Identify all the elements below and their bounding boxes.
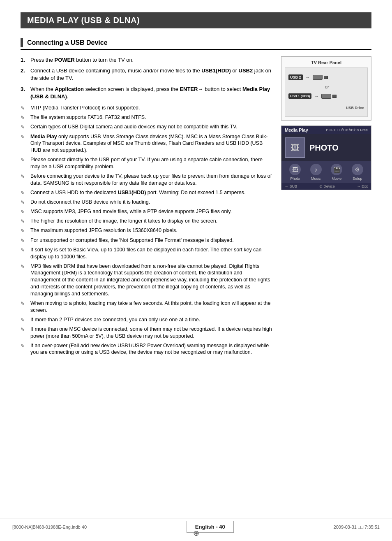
note-item: ✎ If more than one MSC device is connect…	[21, 326, 273, 340]
usb1-row: USB 1 (HDD) →	[288, 93, 337, 99]
note-item: ✎ Before connecting your device to the T…	[21, 173, 273, 187]
usb2-row: USB 2 →	[288, 74, 328, 80]
note-text: MP3 files with DRM that have been downlo…	[30, 263, 273, 297]
note-item: ✎ Do not disconnect the USB device while…	[21, 199, 273, 206]
footer-sub: ← SUB	[285, 184, 297, 188]
note-text: The higher the resolution of the image, …	[30, 218, 217, 225]
step-1-num: 1.	[21, 56, 29, 64]
chapter-title: MEDIA PLAY (USB & DLNA)	[27, 16, 140, 25]
notes-list: ✎ MTP (Media Transfer Protocol) is not s…	[21, 104, 273, 356]
note-text: The maximum supported JPEG resolution is…	[30, 227, 178, 234]
note-text: When moving to a photo, loading may take…	[30, 300, 273, 314]
section-heading-bar	[21, 38, 23, 47]
note-item: ✎ The file system supports FAT16, FAT32 …	[21, 114, 273, 121]
movie-icon-circle: 🎬	[331, 164, 342, 175]
note-item: ✎ If an over-power (Fail add new device …	[21, 342, 273, 356]
step-2-num: 2.	[21, 67, 29, 82]
music-icon-circle: ♪	[310, 164, 322, 175]
step-1: 1. Press the POWER button to turn the TV…	[21, 56, 273, 64]
footer-device: ⊙ Device	[319, 184, 335, 188]
note-icon: ✎	[21, 157, 28, 163]
tv-panel-box: TV Rear Panel USB 2 → or	[281, 56, 371, 121]
media-play-header: Media Play BCI-1000/101/01/19 Free	[281, 126, 371, 134]
right-column: TV Rear Panel USB 2 → or	[281, 56, 371, 358]
footer-right-text: 2009-03-31 □□ 7:35:51	[334, 525, 380, 529]
music-icon-label: Music	[311, 176, 321, 181]
note-icon: ✎	[21, 237, 28, 244]
media-icon-music: ♪ Music	[310, 164, 322, 181]
note-icon: ✎	[21, 190, 28, 196]
step-3-text: When the Application selection screen is…	[30, 86, 273, 100]
note-icon: ✎	[21, 228, 28, 234]
setup-icon-label: Setup	[353, 176, 362, 181]
usb1-label: USB 1 (HDD)	[288, 93, 311, 99]
tv-panel-title: TV Rear Panel	[285, 60, 368, 65]
note-icon: ✎	[21, 317, 28, 323]
usb-drive-label: USB Drive	[346, 106, 364, 110]
note-item: ✎ If more than 2 PTP devices are connect…	[21, 316, 273, 323]
crosshair-bottom-center-icon: ⊕	[193, 529, 199, 538]
step-3-num: 3.	[21, 86, 29, 100]
footer-exit: → Exit	[357, 184, 368, 188]
note-text: For unsupported or corrupted files, the …	[30, 237, 234, 244]
footer-left-text: [8000-NA]BN68-01988E-Eng.indb 40	[12, 525, 87, 529]
note-text: Do not disconnect the USB device while i…	[30, 199, 150, 206]
note-icon: ✎	[21, 263, 28, 270]
note-item: ✎ Please connect directly to the USB por…	[21, 156, 273, 170]
note-icon: ✎	[21, 326, 28, 333]
movie-icon-label: Movie	[332, 176, 341, 181]
setup-icon-circle: ⚙	[352, 164, 363, 175]
media-icon-movie: 🎬 Movie	[331, 164, 342, 181]
photo-big-icon: 🖼	[285, 137, 305, 158]
photo-icon-circle: 🖼	[289, 164, 301, 175]
numbered-steps-list: 1. Press the POWER button to turn the TV…	[21, 56, 273, 100]
section-heading: Connecting a USB Device	[21, 38, 371, 50]
media-play-device: BCI-1000/101/01/19 Free	[326, 128, 368, 132]
note-text: Media Play only supports USB Mass Storag…	[30, 133, 273, 154]
note-icon: ✎	[21, 218, 28, 225]
note-text: MTP (Media Transfer Protocol) is not sup…	[30, 104, 140, 111]
step-3: 3. When the Application selection screen…	[21, 86, 273, 100]
media-play-icons-bar: 🖼 Photo ♪ Music 🎬 Movie ⚙ Setup	[281, 161, 371, 183]
note-icon: ✎	[21, 199, 28, 206]
note-text: Before connecting your device to the TV,…	[30, 173, 273, 187]
step-2-text: Connect a USB device containing photo, m…	[30, 67, 273, 82]
note-text: Certain types of USB Digital camera and …	[30, 123, 238, 130]
note-icon: ✎	[21, 105, 28, 111]
note-item: ✎ MSC supports MP3, JPEG and movie files…	[21, 208, 273, 215]
media-play-title: Media Play	[285, 128, 308, 132]
media-icon-setup: ⚙ Setup	[352, 164, 363, 181]
note-item: ✎ When moving to a photo, loading may ta…	[21, 300, 273, 314]
note-item: ✎ MTP (Media Transfer Protocol) is not s…	[21, 104, 273, 111]
usb2-label: USB 2	[288, 74, 303, 80]
note-item: ✎ The higher the resolution of the image…	[21, 218, 273, 225]
note-text: The file system supports FAT16, FAT32 an…	[30, 114, 146, 121]
step-2: 2. Connect a USB device containing photo…	[21, 67, 273, 82]
photo-icon: 🖼	[291, 143, 299, 153]
left-column: 1. Press the POWER button to turn the TV…	[21, 56, 273, 358]
media-play-footer: ← SUB ⊙ Device → Exit	[281, 183, 371, 190]
note-item: ✎ Certain types of USB Digital camera an…	[21, 123, 273, 130]
media-play-ui-box: Media Play BCI-1000/101/01/19 Free 🖼 PHO…	[281, 125, 371, 190]
media-play-main: 🖼 PHOTO	[281, 134, 371, 161]
section-title: Connecting a USB Device	[27, 39, 108, 46]
note-icon: ✎	[21, 134, 28, 140]
note-item: ✎ For unsupported or corrupted files, th…	[21, 237, 273, 244]
note-icon: ✎	[21, 343, 28, 349]
note-text: If sort key is set to Basic View, up to …	[30, 246, 273, 260]
main-content: 1. Press the POWER button to turn the TV…	[21, 56, 371, 358]
note-icon: ✎	[21, 247, 28, 253]
photo-icon-label: Photo	[290, 176, 300, 181]
note-text: If more than one MSC device is connected…	[30, 326, 273, 340]
chapter-title-bar: MEDIA PLAY (USB & DLNA)	[21, 12, 371, 28]
note-item: ✎ If sort key is set to Basic View, up t…	[21, 246, 273, 260]
note-text: If an over-power (Fail add new device US…	[30, 342, 273, 356]
note-text: If more than 2 PTP devices are connected…	[30, 316, 200, 323]
step-1-text: Press the POWER button to turn the TV on…	[30, 56, 134, 64]
tv-panel-image: USB 2 → or USB 1 (HDD) →	[285, 67, 368, 117]
note-icon: ✎	[21, 124, 28, 130]
note-text: MSC supports MP3, JPEG and movie files, …	[30, 208, 232, 215]
note-icon: ✎	[21, 209, 28, 215]
note-icon: ✎	[21, 300, 28, 307]
note-icon: ✎	[21, 114, 28, 121]
